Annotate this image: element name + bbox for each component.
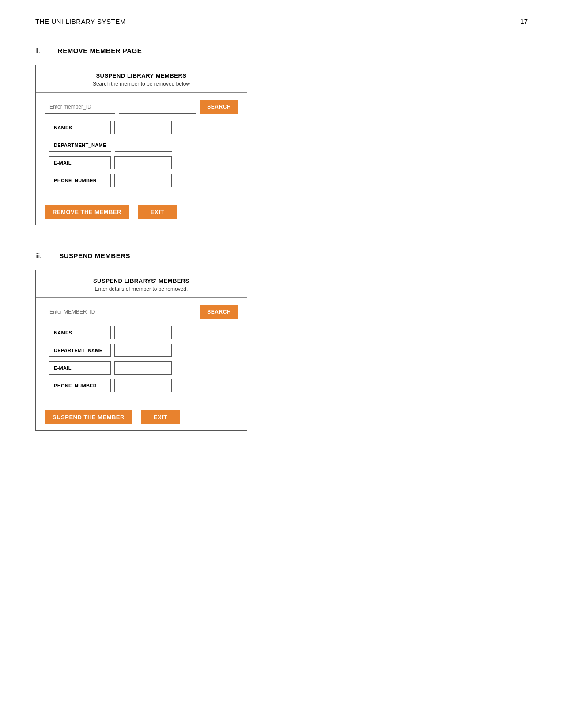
suspend-panel-subtitle: Enter details of member to be removed.: [41, 286, 242, 292]
suspend-department-value: [114, 344, 172, 357]
suspend-department-label: DEPARTEMT_NAME: [49, 344, 111, 357]
section-iii-label: SUSPEND MEMBERS: [59, 252, 130, 259]
suspend-email-row: E-MAIL: [45, 361, 238, 375]
remove-email-label: E-MAIL: [49, 156, 111, 169]
remove-department-row: DEPARTMENT_NAME: [45, 139, 238, 152]
section-remove-member: ii. REMOVE MEMBER PAGE SUSPEND LIBRARY M…: [35, 47, 528, 225]
suspend-panel-footer: SUSPEND THE MEMBER EXIT: [36, 404, 247, 430]
suspend-member-button[interactable]: SUSPEND THE MEMBER: [45, 410, 132, 424]
suspend-department-row: DEPARTEMT_NAME: [45, 344, 238, 357]
remove-names-row: NAMES: [45, 121, 238, 134]
suspend-search-spacer: [119, 305, 196, 319]
suspend-phone-label: PHONE_NUMBER: [49, 379, 111, 392]
remove-email-row: E-MAIL: [45, 156, 238, 169]
suspend-names-row: NAMES: [45, 326, 238, 339]
section-ii-label: REMOVE MEMBER PAGE: [58, 47, 142, 54]
remove-phone-label: PHONE_NUMBER: [49, 174, 111, 187]
suspend-names-value: [114, 326, 172, 339]
section-ii-numeral: ii.: [35, 47, 40, 54]
suspend-member-id-input[interactable]: [45, 305, 115, 319]
suspend-panel-title: SUSPEND LIBRARYS' MEMBERS: [41, 278, 242, 284]
suspend-email-value: [114, 361, 172, 375]
suspend-phone-value: [114, 379, 172, 392]
suspend-search-button[interactable]: SEARCH: [200, 305, 238, 319]
remove-phone-value: [114, 174, 172, 187]
remove-names-label: NAMES: [49, 121, 111, 134]
remove-panel-body: SEARCH NAMES DEPARTMENT_NAME E-MAIL PHON…: [36, 93, 247, 199]
section-suspend-members: iii. SUSPEND MEMBERS SUSPEND LIBRARYS' M…: [35, 252, 528, 431]
suspend-panel-header: SUSPEND LIBRARYS' MEMBERS Enter details …: [36, 270, 247, 298]
remove-panel-subtitle: Search the member to be removed below: [41, 81, 242, 87]
suspend-member-panel: SUSPEND LIBRARYS' MEMBERS Enter details …: [35, 270, 247, 431]
remove-department-label: DEPARTMENT_NAME: [49, 139, 111, 152]
remove-member-button[interactable]: REMOVE THE MEMBER: [45, 205, 129, 219]
remove-exit-button[interactable]: EXIT: [138, 205, 177, 219]
remove-panel-header: SUSPEND LIBRARY MEMBERS Search the membe…: [36, 65, 247, 93]
header-title: THE UNI LIBRARY SYSTEM: [35, 18, 126, 25]
remove-search-button[interactable]: SEARCH: [200, 100, 238, 114]
section-iii-heading: iii. SUSPEND MEMBERS: [35, 252, 528, 259]
section-ii-heading: ii. REMOVE MEMBER PAGE: [35, 47, 528, 54]
page-number: 17: [520, 18, 528, 25]
remove-search-spacer: [119, 100, 196, 114]
remove-email-value: [114, 156, 172, 169]
remove-department-value: [115, 139, 172, 152]
remove-names-value: [114, 121, 172, 134]
suspend-search-row: SEARCH: [45, 305, 238, 319]
suspend-exit-button[interactable]: EXIT: [141, 410, 180, 424]
suspend-names-label: NAMES: [49, 326, 111, 339]
remove-search-row: SEARCH: [45, 100, 238, 114]
page-header: THE UNI LIBRARY SYSTEM 17: [35, 18, 528, 29]
section-iii-numeral: iii.: [35, 252, 42, 259]
remove-panel-title: SUSPEND LIBRARY MEMBERS: [41, 72, 242, 79]
suspend-email-label: E-MAIL: [49, 361, 111, 375]
suspend-panel-body: SEARCH NAMES DEPARTEMT_NAME E-MAIL PHONE…: [36, 298, 247, 404]
remove-member-id-input[interactable]: [45, 100, 115, 114]
remove-panel-footer: REMOVE THE MEMBER EXIT: [36, 199, 247, 225]
remove-phone-row: PHONE_NUMBER: [45, 174, 238, 187]
suspend-phone-row: PHONE_NUMBER: [45, 379, 238, 392]
remove-member-panel: SUSPEND LIBRARY MEMBERS Search the membe…: [35, 65, 247, 225]
